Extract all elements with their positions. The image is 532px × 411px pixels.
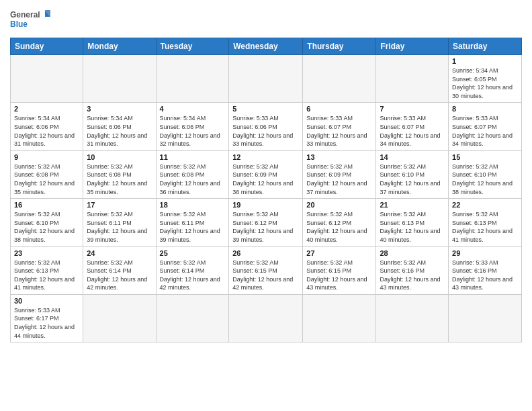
day-number: 15 xyxy=(452,153,518,161)
calendar-day-cell: 25Sunrise: 5:32 AM Sunset: 6:14 PM Dayli… xyxy=(156,246,229,294)
day-info: Sunrise: 5:33 AM Sunset: 6:16 PM Dayligh… xyxy=(452,259,518,292)
calendar-header-row: SundayMondayTuesdayWednesdayThursdayFrid… xyxy=(11,38,522,55)
calendar-day-cell: 12Sunrise: 5:32 AM Sunset: 6:09 PM Dayli… xyxy=(229,150,303,198)
day-info: Sunrise: 5:32 AM Sunset: 6:13 PM Dayligh… xyxy=(452,210,518,244)
calendar-day-cell: 18Sunrise: 5:32 AM Sunset: 6:11 PM Dayli… xyxy=(156,199,229,246)
day-info: Sunrise: 5:32 AM Sunset: 6:13 PM Dayligh… xyxy=(14,259,79,292)
header: General Blue xyxy=(10,7,522,34)
calendar-day-cell: 4Sunrise: 5:34 AM Sunset: 6:06 PM Daylig… xyxy=(156,103,229,150)
day-info: Sunrise: 5:32 AM Sunset: 6:14 PM Dayligh… xyxy=(87,259,152,292)
calendar-header-saturday: Saturday xyxy=(449,38,522,55)
day-info: Sunrise: 5:32 AM Sunset: 6:10 PM Dayligh… xyxy=(14,210,79,244)
day-info: Sunrise: 5:32 AM Sunset: 6:16 PM Dayligh… xyxy=(380,259,445,292)
day-number: 17 xyxy=(87,201,152,209)
day-number: 19 xyxy=(232,201,299,209)
calendar-day-cell: 30Sunrise: 5:33 AM Sunset: 6:17 PM Dayli… xyxy=(11,294,83,342)
day-number: 28 xyxy=(380,249,445,257)
calendar-week-row: 16Sunrise: 5:32 AM Sunset: 6:10 PM Dayli… xyxy=(11,199,522,246)
calendar-day-cell xyxy=(376,294,449,342)
day-number: 9 xyxy=(14,153,79,161)
day-info: Sunrise: 5:32 AM Sunset: 6:09 PM Dayligh… xyxy=(232,163,299,196)
calendar-day-cell: 10Sunrise: 5:32 AM Sunset: 6:08 PM Dayli… xyxy=(83,150,156,198)
day-info: Sunrise: 5:34 AM Sunset: 6:06 PM Dayligh… xyxy=(14,114,79,148)
day-info: Sunrise: 5:33 AM Sunset: 6:07 PM Dayligh… xyxy=(380,114,445,148)
calendar-day-cell: 27Sunrise: 5:32 AM Sunset: 6:15 PM Dayli… xyxy=(303,246,376,294)
day-info: Sunrise: 5:32 AM Sunset: 6:12 PM Dayligh… xyxy=(306,210,372,244)
day-number: 8 xyxy=(452,105,518,113)
calendar-day-cell: 16Sunrise: 5:32 AM Sunset: 6:10 PM Dayli… xyxy=(11,199,83,246)
calendar-day-cell: 6Sunrise: 5:33 AM Sunset: 6:07 PM Daylig… xyxy=(303,103,376,150)
calendar-day-cell: 2Sunrise: 5:34 AM Sunset: 6:06 PM Daylig… xyxy=(11,103,83,150)
day-number: 23 xyxy=(14,249,79,257)
day-number: 12 xyxy=(232,153,299,161)
day-number: 2 xyxy=(14,105,79,113)
calendar-day-cell: 23Sunrise: 5:32 AM Sunset: 6:13 PM Dayli… xyxy=(11,246,83,294)
calendar-day-cell xyxy=(376,55,449,103)
calendar-day-cell: 11Sunrise: 5:32 AM Sunset: 6:08 PM Dayli… xyxy=(156,150,229,198)
day-info: Sunrise: 5:32 AM Sunset: 6:11 PM Dayligh… xyxy=(87,210,152,244)
calendar-day-cell: 3Sunrise: 5:34 AM Sunset: 6:06 PM Daylig… xyxy=(83,103,156,150)
day-info: Sunrise: 5:32 AM Sunset: 6:14 PM Dayligh… xyxy=(160,259,226,292)
calendar-day-cell: 7Sunrise: 5:33 AM Sunset: 6:07 PM Daylig… xyxy=(376,103,449,150)
day-number: 21 xyxy=(380,201,445,209)
calendar-day-cell xyxy=(83,294,156,342)
calendar-day-cell: 28Sunrise: 5:32 AM Sunset: 6:16 PM Dayli… xyxy=(376,246,449,294)
calendar-day-cell: 9Sunrise: 5:32 AM Sunset: 6:08 PM Daylig… xyxy=(11,150,83,198)
day-number: 24 xyxy=(87,249,152,257)
calendar-week-row: 2Sunrise: 5:34 AM Sunset: 6:06 PM Daylig… xyxy=(11,103,522,150)
calendar-day-cell xyxy=(83,55,156,103)
calendar-header-wednesday: Wednesday xyxy=(229,38,303,55)
day-info: Sunrise: 5:32 AM Sunset: 6:08 PM Dayligh… xyxy=(87,163,152,196)
day-info: Sunrise: 5:34 AM Sunset: 6:06 PM Dayligh… xyxy=(87,114,152,148)
day-number: 13 xyxy=(306,153,372,161)
logo: General Blue xyxy=(10,7,50,34)
day-number: 11 xyxy=(160,153,226,161)
day-number: 5 xyxy=(232,105,299,113)
page: General Blue SundayMondayTuesdayWednesda… xyxy=(0,0,532,411)
day-number: 3 xyxy=(87,105,152,113)
calendar-week-row: 9Sunrise: 5:32 AM Sunset: 6:08 PM Daylig… xyxy=(11,150,522,198)
day-number: 16 xyxy=(14,201,79,209)
calendar-header-monday: Monday xyxy=(83,38,156,55)
calendar-day-cell: 22Sunrise: 5:32 AM Sunset: 6:13 PM Dayli… xyxy=(449,199,522,246)
generalblue-logo: General Blue xyxy=(10,7,50,34)
day-number: 10 xyxy=(87,153,152,161)
day-info: Sunrise: 5:32 AM Sunset: 6:08 PM Dayligh… xyxy=(160,163,226,196)
day-info: Sunrise: 5:32 AM Sunset: 6:12 PM Dayligh… xyxy=(232,210,299,244)
calendar-day-cell: 17Sunrise: 5:32 AM Sunset: 6:11 PM Dayli… xyxy=(83,199,156,246)
calendar-day-cell: 5Sunrise: 5:33 AM Sunset: 6:06 PM Daylig… xyxy=(229,103,303,150)
day-number: 27 xyxy=(306,249,372,257)
day-info: Sunrise: 5:33 AM Sunset: 6:07 PM Dayligh… xyxy=(306,114,372,148)
calendar-day-cell xyxy=(156,55,229,103)
calendar-day-cell: 26Sunrise: 5:32 AM Sunset: 6:15 PM Dayli… xyxy=(229,246,303,294)
calendar-day-cell xyxy=(229,55,303,103)
calendar-header-tuesday: Tuesday xyxy=(156,38,229,55)
day-number: 30 xyxy=(14,297,79,305)
day-info: Sunrise: 5:32 AM Sunset: 6:08 PM Dayligh… xyxy=(14,163,79,196)
day-info: Sunrise: 5:32 AM Sunset: 6:15 PM Dayligh… xyxy=(232,259,299,292)
calendar-header-friday: Friday xyxy=(376,38,449,55)
day-info: Sunrise: 5:32 AM Sunset: 6:10 PM Dayligh… xyxy=(452,163,518,196)
day-info: Sunrise: 5:34 AM Sunset: 6:06 PM Dayligh… xyxy=(160,114,226,148)
calendar-day-cell: 19Sunrise: 5:32 AM Sunset: 6:12 PM Dayli… xyxy=(229,199,303,246)
calendar-day-cell xyxy=(156,294,229,342)
day-number: 18 xyxy=(160,201,226,209)
day-info: Sunrise: 5:34 AM Sunset: 6:05 PM Dayligh… xyxy=(452,66,518,100)
calendar-day-cell: 13Sunrise: 5:32 AM Sunset: 6:09 PM Dayli… xyxy=(303,150,376,198)
calendar-header-thursday: Thursday xyxy=(303,38,376,55)
day-number: 20 xyxy=(306,201,372,209)
calendar-day-cell: 20Sunrise: 5:32 AM Sunset: 6:12 PM Dayli… xyxy=(303,199,376,246)
day-number: 4 xyxy=(160,105,226,113)
day-number: 22 xyxy=(452,201,518,209)
svg-text:General: General xyxy=(10,10,40,19)
calendar-day-cell: 29Sunrise: 5:33 AM Sunset: 6:16 PM Dayli… xyxy=(449,246,522,294)
calendar-day-cell: 1Sunrise: 5:34 AM Sunset: 6:05 PM Daylig… xyxy=(449,55,522,103)
calendar-week-row: 23Sunrise: 5:32 AM Sunset: 6:13 PM Dayli… xyxy=(11,246,522,294)
day-number: 6 xyxy=(306,105,372,113)
day-info: Sunrise: 5:32 AM Sunset: 6:09 PM Dayligh… xyxy=(306,163,372,196)
day-info: Sunrise: 5:33 AM Sunset: 6:06 PM Dayligh… xyxy=(232,114,299,148)
day-info: Sunrise: 5:32 AM Sunset: 6:13 PM Dayligh… xyxy=(380,210,445,244)
day-number: 1 xyxy=(452,57,518,65)
calendar-day-cell xyxy=(11,55,83,103)
day-number: 25 xyxy=(160,249,226,257)
